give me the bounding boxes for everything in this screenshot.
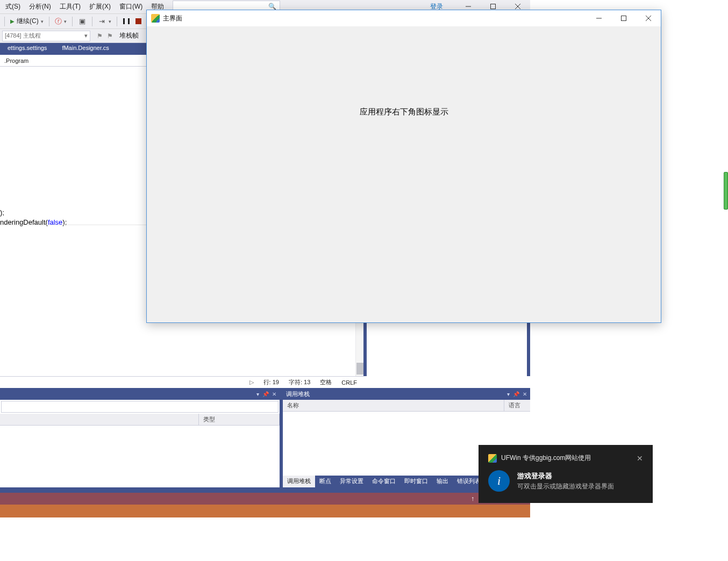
app-close-button[interactable] bbox=[636, 10, 661, 26]
step-button-1[interactable]: ▣ bbox=[76, 16, 89, 27]
code-line: nderingDefault(false); bbox=[0, 218, 67, 227]
app-window-controls bbox=[587, 10, 661, 26]
toast-body: i 游戏登录器 可双击显示或隐藏游戏登录器界面 bbox=[488, 470, 643, 492]
tab-exceptions[interactable]: 异常设置 bbox=[336, 476, 368, 487]
panel-columns: 类型 bbox=[0, 414, 280, 426]
tab-output[interactable]: 输出 bbox=[432, 476, 453, 487]
app-window: 主界面 应用程序右下角图标显示 bbox=[146, 10, 661, 323]
app-maximize-button[interactable] bbox=[611, 10, 636, 26]
toast-title: 游戏登录器 bbox=[517, 471, 614, 481]
pin-icon[interactable]: 📌 bbox=[513, 391, 519, 397]
vs-bottom-gap bbox=[0, 487, 530, 493]
toast-subtitle: 可双击显示或隐藏游戏登录器界面 bbox=[517, 482, 614, 491]
svg-rect-5 bbox=[622, 16, 626, 21]
menu-analyze[interactable]: 分析(N) bbox=[25, 1, 55, 13]
continue-label: 继续(C) bbox=[17, 17, 39, 26]
close-icon[interactable]: ✕ bbox=[523, 391, 527, 397]
tab-callstack[interactable]: 调用堆栈 bbox=[283, 476, 315, 487]
col-type[interactable]: 类型 bbox=[199, 414, 280, 425]
app-title: 主界面 bbox=[163, 14, 182, 23]
flag-icon: ⚑ bbox=[97, 32, 103, 40]
panel-columns: 名称 语言 bbox=[283, 400, 530, 412]
namespace-text: .Program bbox=[4, 57, 28, 64]
editor-statusline: ▷ 行: 19 字符: 13 空格 CRLF bbox=[0, 376, 363, 388]
info-icon: i bbox=[488, 470, 510, 492]
app-icon bbox=[151, 14, 160, 23]
chevron-down-icon: ▾ bbox=[41, 19, 44, 24]
window-icon: ▣ bbox=[78, 17, 87, 26]
continue-button[interactable]: ▶ 继续(C) ▾ bbox=[8, 16, 46, 27]
menu-test[interactable]: 式(S) bbox=[1, 1, 25, 13]
col-name[interactable]: 名称 bbox=[283, 400, 504, 411]
callstack-title: 调用堆栈 bbox=[286, 390, 310, 398]
vs-bottom-panels: . ▾ 📌 ✕ 类型 调用堆栈 ▾ 📌 bbox=[0, 388, 530, 487]
app-body: 应用程序右下角图标显示 bbox=[147, 26, 661, 322]
nav-arrow-icon[interactable]: ▷ bbox=[249, 379, 254, 386]
app-message: 应用程序右下角图标显示 bbox=[360, 107, 448, 117]
disabled-flags: ⚑ ⚑ bbox=[97, 32, 113, 40]
tab-settings[interactable]: ettings.settings bbox=[0, 43, 54, 55]
toast-close-button[interactable]: ✕ bbox=[637, 454, 643, 463]
tab-designer[interactable]: fMain.Designer.cs bbox=[54, 43, 116, 55]
svg-rect-1 bbox=[491, 4, 496, 9]
app-minimize-button[interactable] bbox=[587, 10, 611, 26]
col-lang[interactable]: 语言 bbox=[504, 400, 530, 411]
chevron-down-icon: ▾ bbox=[84, 32, 88, 39]
panel-body: 类型 bbox=[0, 400, 280, 487]
toast-message: 游戏登录器 可双击显示或隐藏游戏登录器界面 bbox=[517, 471, 614, 491]
flag-icon: ⚑ bbox=[107, 32, 113, 40]
search-icon: 🔍 bbox=[268, 3, 276, 10]
process-label: [4784] 主线程 bbox=[5, 32, 41, 40]
pause-button[interactable] bbox=[120, 16, 132, 27]
pin-icon[interactable]: 📌 bbox=[262, 391, 269, 397]
chevron-down-icon[interactable]: ▾ bbox=[256, 391, 259, 397]
menu-tools[interactable]: 工具(T) bbox=[55, 1, 85, 13]
play-icon: ▶ bbox=[10, 18, 15, 24]
menu-extensions[interactable]: 扩展(X) bbox=[85, 1, 115, 13]
vs-source-control-bar[interactable]: ↑ 添加到源代码管 bbox=[0, 493, 530, 505]
toast-app-icon bbox=[488, 454, 497, 463]
stop-icon bbox=[135, 18, 141, 24]
panel-title: 调用堆栈 ▾ 📌 ✕ bbox=[283, 388, 530, 400]
upload-icon: ↑ bbox=[471, 495, 474, 502]
panel-title: . ▾ 📌 ✕ bbox=[0, 388, 280, 400]
close-icon[interactable]: ✕ bbox=[272, 391, 276, 397]
scroll-highlight bbox=[724, 172, 728, 210]
app-title-bar[interactable]: 主界面 bbox=[147, 10, 661, 26]
tab-command[interactable]: 命令窗口 bbox=[368, 476, 400, 487]
menu-window[interactable]: 窗口(W) bbox=[115, 1, 147, 13]
tab-immediate[interactable]: 即时窗口 bbox=[400, 476, 432, 487]
vs-status-bar bbox=[0, 505, 530, 517]
toast-header: UFWin 专供ggbig.com网站使用 ✕ bbox=[488, 454, 643, 463]
panel-search-input[interactable] bbox=[1, 401, 279, 413]
stack-label: 堆栈帧 bbox=[119, 31, 139, 40]
panel-watch: . ▾ 📌 ✕ 类型 bbox=[0, 388, 280, 487]
code-line: ); bbox=[0, 208, 4, 218]
step-button-2[interactable]: ⇥▾ bbox=[96, 16, 113, 27]
hot-reload-button[interactable]: ⓡ▾ bbox=[53, 16, 69, 27]
tab-breakpoints[interactable]: 断点 bbox=[315, 476, 336, 487]
fire-icon: ⓡ bbox=[55, 17, 62, 26]
chevron-down-icon[interactable]: ▾ bbox=[507, 391, 510, 397]
arrow-icon: ⇥ bbox=[98, 17, 106, 26]
process-combo[interactable]: [4784] 主线程 ▾ bbox=[2, 31, 90, 41]
col-blank[interactable] bbox=[0, 414, 199, 425]
toast-notification[interactable]: UFWin 专供ggbig.com网站使用 ✕ i 游戏登录器 可双击显示或隐藏… bbox=[479, 445, 653, 503]
stop-button[interactable] bbox=[133, 16, 144, 27]
toast-app-name: UFWin 专供ggbig.com网站使用 bbox=[501, 454, 591, 463]
